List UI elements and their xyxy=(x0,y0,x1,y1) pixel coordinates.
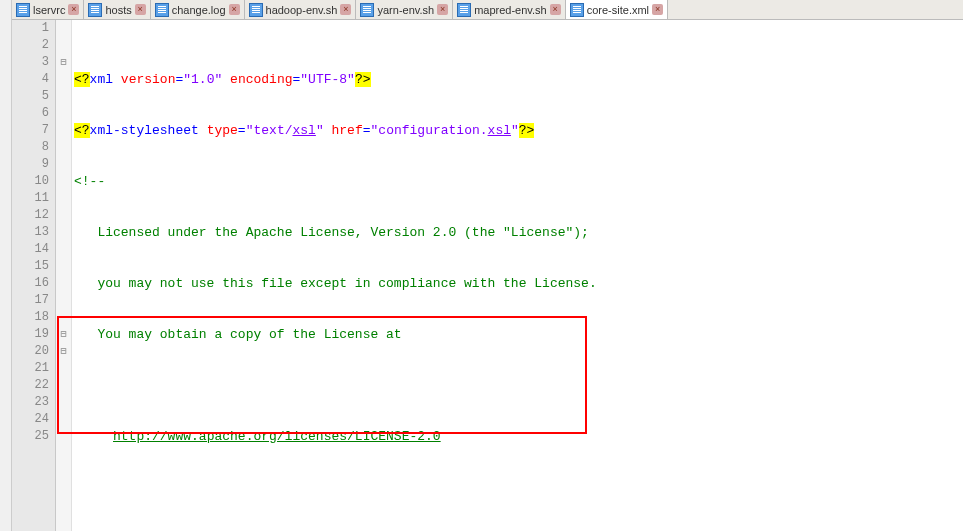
fold-empty xyxy=(56,156,71,173)
line-number: 15 xyxy=(12,258,49,275)
str: " xyxy=(511,123,519,138)
line-number-gutter: 1234567891011121314151617181920212223242… xyxy=(12,20,56,531)
line-number: 8 xyxy=(12,139,49,156)
file-icon xyxy=(360,3,374,17)
tab-label: hadoop-env.sh xyxy=(266,4,338,16)
line-number: 3 xyxy=(12,54,49,71)
line-number: 6 xyxy=(12,105,49,122)
line-number: 20 xyxy=(12,343,49,360)
line-number: 7 xyxy=(12,122,49,139)
line-number: 16 xyxy=(12,275,49,292)
file-icon xyxy=(155,3,169,17)
attr: encoding xyxy=(230,72,292,87)
code-line[interactable]: <?xml version="1.0" encoding="UTF-8"?> xyxy=(74,71,963,88)
code-line[interactable]: You may obtain a copy of the License at xyxy=(74,326,963,343)
tab-label: core-site.xml xyxy=(587,4,649,16)
fold-empty xyxy=(56,105,71,122)
line-number: 24 xyxy=(12,411,49,428)
sp xyxy=(324,123,332,138)
tab-yarn-env-sh[interactable]: yarn-env.sh× xyxy=(356,0,453,19)
sp xyxy=(222,72,230,87)
fold-empty xyxy=(56,190,71,207)
close-icon[interactable]: × xyxy=(68,4,79,15)
line-number: 23 xyxy=(12,394,49,411)
pi-close: ?> xyxy=(519,123,535,138)
tab-mapred-env-sh[interactable]: mapred-env.sh× xyxy=(453,0,566,19)
fold-empty xyxy=(56,258,71,275)
tab-label: hosts xyxy=(105,4,131,16)
code-line[interactable] xyxy=(74,479,963,496)
fold-empty xyxy=(56,428,71,445)
fold-column: ⊟⊟⊟ xyxy=(56,20,72,531)
code-line[interactable] xyxy=(74,377,963,394)
file-icon xyxy=(249,3,263,17)
code-line[interactable]: <!-- xyxy=(74,173,963,190)
fold-empty xyxy=(56,241,71,258)
tab-core-site-xml[interactable]: core-site.xml× xyxy=(566,0,668,19)
tab-lservrc[interactable]: lservrc× xyxy=(12,0,84,19)
str: "text/ xyxy=(246,123,293,138)
code-line[interactable]: you may not use this file except in comp… xyxy=(74,275,963,292)
tab-label: change.log xyxy=(172,4,226,16)
eq: = xyxy=(238,123,246,138)
str: "configuration. xyxy=(371,123,488,138)
fold-empty xyxy=(56,20,71,37)
fold-empty xyxy=(56,309,71,326)
left-stub xyxy=(0,0,12,531)
fold-empty xyxy=(56,37,71,54)
close-icon[interactable]: × xyxy=(229,4,240,15)
file-icon xyxy=(457,3,471,17)
fold-empty xyxy=(56,122,71,139)
fold-empty xyxy=(56,139,71,156)
xsl-link: xsl xyxy=(292,123,315,138)
fold-empty xyxy=(56,207,71,224)
license-url[interactable]: http://www.apache.org/licenses/LICENSE-2… xyxy=(113,429,441,444)
tab-label: mapred-env.sh xyxy=(474,4,547,16)
pi-open: <? xyxy=(74,72,90,87)
tab-change-log[interactable]: change.log× xyxy=(151,0,245,19)
pi-close: ?> xyxy=(355,72,371,87)
close-icon[interactable]: × xyxy=(652,4,663,15)
fold-toggle-icon[interactable]: ⊟ xyxy=(56,326,71,343)
code-line[interactable]: Licensed under the Apache License, Versi… xyxy=(74,224,963,241)
fold-empty xyxy=(56,275,71,292)
tab-label: yarn-env.sh xyxy=(377,4,434,16)
line-number: 11 xyxy=(12,190,49,207)
line-number: 10 xyxy=(12,173,49,190)
line-number: 5 xyxy=(12,88,49,105)
str: " xyxy=(316,123,324,138)
line-number: 4 xyxy=(12,71,49,88)
tab-bar: lservrc×hosts×change.log×hadoop-env.sh×y… xyxy=(12,0,963,20)
attr: version xyxy=(121,72,176,87)
close-icon[interactable]: × xyxy=(550,4,561,15)
code-line[interactable]: <?xml-stylesheet type="text/xsl" href="c… xyxy=(74,122,963,139)
kw-xml: xml xyxy=(90,72,121,87)
line-number: 2 xyxy=(12,37,49,54)
tab-hosts[interactable]: hosts× xyxy=(84,0,150,19)
fold-toggle-icon[interactable]: ⊟ xyxy=(56,343,71,360)
pi-open: <? xyxy=(74,123,90,138)
fold-empty xyxy=(56,173,71,190)
line-number: 13 xyxy=(12,224,49,241)
tab-label: lservrc xyxy=(33,4,65,16)
line-number: 14 xyxy=(12,241,49,258)
fold-empty xyxy=(56,360,71,377)
attr: href xyxy=(332,123,363,138)
tab-hadoop-env-sh[interactable]: hadoop-env.sh× xyxy=(245,0,357,19)
fold-empty xyxy=(56,292,71,309)
close-icon[interactable]: × xyxy=(135,4,146,15)
line-number: 21 xyxy=(12,360,49,377)
line-number: 18 xyxy=(12,309,49,326)
line-number: 9 xyxy=(12,156,49,173)
close-icon[interactable]: × xyxy=(340,4,351,15)
code-line[interactable]: http://www.apache.org/licenses/LICENSE-2… xyxy=(74,428,963,445)
close-icon[interactable]: × xyxy=(437,4,448,15)
line-number: 12 xyxy=(12,207,49,224)
fold-empty xyxy=(56,88,71,105)
line-number: 25 xyxy=(12,428,49,445)
code-area[interactable]: <?xml version="1.0" encoding="UTF-8"?> <… xyxy=(72,20,963,531)
editor-area: 1234567891011121314151617181920212223242… xyxy=(12,20,963,531)
line-number: 22 xyxy=(12,377,49,394)
fold-toggle-icon[interactable]: ⊟ xyxy=(56,54,71,71)
line-number: 19 xyxy=(12,326,49,343)
